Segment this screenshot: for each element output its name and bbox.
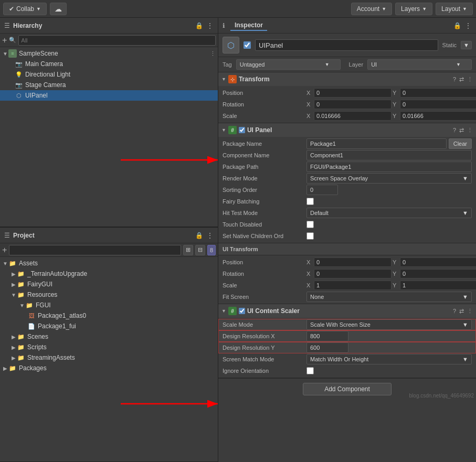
package-name-input[interactable] <box>306 138 447 149</box>
transform-more-icon[interactable]: ⋮ <box>467 76 473 83</box>
scaler-help-icon[interactable]: ? <box>453 308 456 314</box>
hierarchy-search-input[interactable] <box>18 35 216 46</box>
hit-test-dropdown[interactable]: Default ▼ <box>306 208 472 218</box>
tree-item-streaming[interactable]: ▶ 📁 StreamingAssets <box>0 352 218 363</box>
sorting-order-input[interactable] <box>306 185 338 195</box>
project-header: ☰ Project 🔒 ⋮ <box>0 228 218 243</box>
tree-item-maincamera[interactable]: 📷 Main Camera <box>0 59 218 69</box>
ui-scale-x[interactable] <box>314 281 392 290</box>
transform-scale-y[interactable] <box>400 111 476 121</box>
collab-label: Collab <box>16 5 34 13</box>
layer-dropdown[interactable]: UI ▼ <box>367 59 472 70</box>
tree-item-directionallight[interactable]: 💡 Directional Light <box>0 69 218 80</box>
ignore-orientation-checkbox[interactable] <box>306 367 314 374</box>
add-component-button[interactable]: Add Component <box>303 383 392 395</box>
project-filter-btn[interactable]: ⊟ <box>195 245 205 255</box>
directionallight-label: Directional Light <box>25 71 70 78</box>
transform-settings-icon[interactable]: ⇄ <box>459 76 464 83</box>
ui-panel-more-icon[interactable]: ⋮ <box>467 127 473 134</box>
project-add-icon[interactable]: + <box>2 245 7 255</box>
render-mode-dropdown[interactable]: Screen Space Overlay ▼ <box>306 173 472 184</box>
account-button[interactable]: Account ▼ <box>351 3 392 15</box>
tree-item-atlas[interactable]: 🖼 Package1_atlas0 <box>0 310 218 321</box>
object-name-input[interactable] <box>255 39 438 51</box>
ui-rot-x[interactable] <box>314 269 392 278</box>
tree-item-scenes[interactable]: ▶ 📁 Scenes <box>0 331 218 342</box>
streaming-folder-icon: 📁 <box>17 353 25 362</box>
scaler-settings-icon[interactable]: ⇄ <box>459 308 464 315</box>
samplescene-more-icon[interactable]: ⋮ <box>210 50 216 57</box>
project-lock-icon[interactable]: 🔒 <box>195 232 203 239</box>
clear-button[interactable]: Clear <box>449 138 472 149</box>
transform-rot-x[interactable] <box>314 100 392 109</box>
layout-button[interactable]: Layout ▼ <box>436 3 473 15</box>
screen-match-dropdown[interactable]: Match Width Or Height ▼ <box>306 354 472 364</box>
tag-dropdown[interactable]: Untagged ▼ <box>236 59 341 70</box>
transform-help-icon[interactable]: ? <box>453 76 456 82</box>
ui-pos-y[interactable] <box>400 257 476 267</box>
scaler-more-icon[interactable]: ⋮ <box>467 308 473 315</box>
transform-rot-y[interactable] <box>400 100 476 109</box>
component-name-input[interactable] <box>306 150 472 160</box>
tree-item-scripts[interactable]: ▶ 📁 Scripts <box>0 342 218 352</box>
layers-button[interactable]: Layers ▼ <box>395 3 432 15</box>
tree-item-stagecamera[interactable]: 📷 Stage Camera <box>0 80 218 90</box>
tree-item-fgui[interactable]: ▼ 📁 FGUI <box>0 300 218 310</box>
project-more-icon[interactable]: ⋮ <box>206 231 214 240</box>
ui-scaler-header[interactable]: ▼ # UI Content Scaler ? ⇄ ⋮ <box>218 304 476 318</box>
tree-item-fairygui[interactable]: ▶ 📁 FairyGUI <box>0 279 218 289</box>
design-res-y-input[interactable] <box>306 342 348 353</box>
fairygui-expand-icon: ▶ <box>10 282 17 287</box>
fairy-batching-row: Fairy Batching <box>218 196 476 207</box>
ui-panel-help-icon[interactable]: ? <box>453 127 456 133</box>
tree-item-resources[interactable]: ▼ 📁 Resources <box>0 289 218 300</box>
touch-disabled-checkbox[interactable] <box>306 221 314 228</box>
tree-item-packages[interactable]: ▶ 📁 Packages <box>0 363 218 373</box>
uipanel-label: UIPanel <box>25 92 48 99</box>
inspector-lock-icon[interactable]: 🔒 <box>453 22 461 29</box>
tree-item-terrain[interactable]: ▶ 📁 _TerrainAutoUpgrade <box>0 268 218 279</box>
project-tree: ▼ 📁 Assets ▶ 📁 _TerrainAutoUpgrade ▶ 📁 F… <box>0 257 218 461</box>
hierarchy-add-icon[interactable]: + <box>2 36 7 45</box>
inspector-tab[interactable]: Inspector <box>230 20 267 31</box>
static-dropdown[interactable]: ▼ <box>461 41 472 49</box>
ui-panel-active-checkbox[interactable] <box>239 127 245 133</box>
tree-item-samplescene[interactable]: ▼ ≡ SampleScene ⋮ <box>0 48 218 59</box>
cloud-button[interactable]: ☁ <box>50 3 67 15</box>
hierarchy-more-icon[interactable]: ⋮ <box>206 22 214 30</box>
inspector-more-icon[interactable]: ⋮ <box>464 22 472 30</box>
transform-pos-y[interactable] <box>400 88 476 98</box>
object-active-checkbox[interactable] <box>244 41 251 49</box>
set-native-checkbox[interactable] <box>306 232 314 240</box>
project-layout-btn[interactable]: ⊞ <box>183 245 193 255</box>
fairy-batching-value <box>306 198 472 205</box>
maincamera-label: Main Camera <box>25 60 63 68</box>
collab-button[interactable]: ✔ Collab ▼ <box>3 3 47 15</box>
ui-pos-x[interactable] <box>314 257 392 267</box>
ui-transform-label: UI Transform <box>223 246 258 252</box>
tree-item-assets[interactable]: ▼ 📁 Assets <box>0 258 218 268</box>
ui-panel-header-icons: ? ⇄ ⋮ <box>453 127 473 134</box>
scaler-active-checkbox[interactable] <box>239 308 245 314</box>
ui-scale-y[interactable] <box>400 281 476 290</box>
fit-screen-dropdown[interactable]: None ▼ <box>306 292 472 302</box>
ui-rot-y[interactable] <box>400 269 476 278</box>
design-res-x-input[interactable] <box>306 331 348 341</box>
transform-pos-x[interactable] <box>314 88 392 98</box>
transform-rotation-value: X Y Z <box>306 100 476 109</box>
hierarchy-lock-icon[interactable]: 🔒 <box>195 22 203 29</box>
fairy-batching-checkbox[interactable] <box>306 198 314 205</box>
object-header: ⬡ Static ▼ <box>218 34 476 57</box>
ui-panel-header[interactable]: ▼ # UI Panel ? ⇄ ⋮ <box>218 123 476 137</box>
project-search-input[interactable] <box>9 245 181 255</box>
touch-disabled-label: Touch Disabled <box>223 221 306 228</box>
ui-panel-settings-icon[interactable]: ⇄ <box>459 127 464 134</box>
transform-header[interactable]: ▼ ⊹ Transform ? ⇄ ⋮ <box>218 72 476 86</box>
project-badge-count: 8 <box>210 247 213 253</box>
scale-mode-dropdown[interactable]: Scale With Screen Size ▼ <box>306 319 472 330</box>
tree-item-fui[interactable]: 📄 Package1_fui <box>0 321 218 331</box>
hierarchy-panel: ☰ Hierarchy 🔒 ⋮ + 🔍 ▼ ≡ SampleScene ⋮ <box>0 18 218 228</box>
assets-label: Assets <box>19 260 38 267</box>
transform-scale-x[interactable] <box>314 111 392 121</box>
tree-item-uipanel[interactable]: ⬡ UIPanel <box>0 90 218 101</box>
